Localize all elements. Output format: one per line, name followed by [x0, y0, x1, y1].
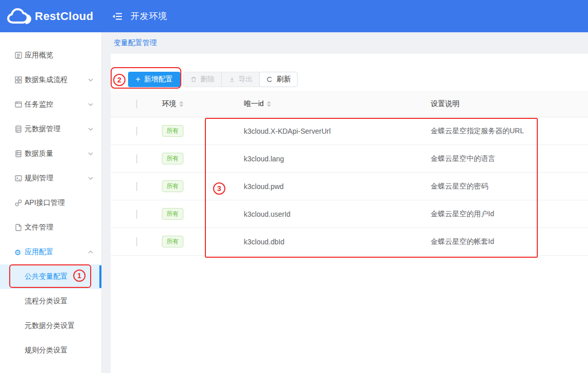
- sort-icon[interactable]: [267, 101, 271, 107]
- plus-icon: +: [136, 75, 140, 84]
- table-row[interactable]: 所有 k3cloud.dbId 金蝶云星空的帐套Id: [111, 228, 588, 256]
- sidebar-subitem-metadata-category[interactable]: 元数据分类设置: [0, 314, 101, 338]
- sidebar-item-label: 任务监控: [25, 100, 88, 109]
- api-link-icon: [14, 199, 25, 207]
- sidebar-subitem-flow-category[interactable]: 流程分类设置: [0, 289, 101, 314]
- sidebar-subitem-public-variables[interactable]: 公共变量配置: [0, 264, 101, 289]
- sidebar-item-metadata-mgmt[interactable]: 元数据管理: [0, 117, 101, 141]
- env-tag: 所有: [162, 125, 183, 136]
- table-row[interactable]: 所有 k3cloud.lang 金蝶云星空中的语言: [111, 145, 588, 173]
- brand-name: RestCloud: [35, 10, 94, 23]
- table-row[interactable]: 所有 k3cloud.X-KDApi-ServerUrl 金蝶云星空指定服务器的…: [111, 117, 588, 145]
- trash-icon: [190, 76, 197, 83]
- config-desc: 金蝶云星空中的语言: [431, 154, 588, 163]
- cloud-logo-icon: [6, 6, 33, 27]
- brand-logo: RestCloud: [0, 6, 102, 27]
- breadcrumb[interactable]: 变量配置管理: [114, 38, 157, 48]
- sidebar-item-api-mgmt[interactable]: API接口管理: [0, 191, 101, 215]
- file-icon: [14, 223, 25, 232]
- sidebar-item-label: 数据质量: [25, 149, 88, 158]
- chevron-down-icon: [88, 103, 93, 106]
- toolbar-button-group: 删除 导出: [183, 72, 260, 87]
- sidebar-subitem-label: 元数据分类设置: [25, 321, 75, 330]
- chevron-down-icon: [88, 177, 93, 180]
- config-id: k3cloud.lang: [244, 155, 431, 163]
- export-button[interactable]: 导出: [221, 72, 259, 87]
- sidebar-subitem-rules-category[interactable]: 规则分类设置: [0, 338, 101, 363]
- chevron-up-icon: [88, 251, 93, 254]
- sidebar-item-task-monitor[interactable]: 任务监控: [0, 92, 101, 117]
- sidebar-item-label: 规则管理: [25, 174, 88, 183]
- sidebar-item-app-config[interactable]: ⚙ 应用配置: [0, 240, 101, 264]
- config-desc: 金蝶云星空的用户Id: [431, 210, 588, 219]
- gear-icon: ⚙: [14, 248, 25, 256]
- rules-icon: [14, 174, 25, 182]
- sidebar-subitem-label: 规则分类设置: [25, 346, 68, 355]
- flow-icon: [14, 76, 25, 84]
- config-id: k3cloud.pwd: [244, 182, 431, 191]
- chevron-down-icon: [88, 78, 93, 81]
- sidebar-subitem-label: 公共变量配置: [25, 272, 68, 281]
- refresh-label: 刷新: [277, 75, 291, 84]
- chevron-down-icon: [88, 152, 93, 155]
- table-row[interactable]: 所有 k3cloud.userId 金蝶云星空的用户Id: [111, 200, 588, 228]
- top-header: RestCloud 开发环境: [0, 0, 588, 32]
- config-desc: 金蝶云星空的帐套Id: [431, 237, 588, 246]
- config-id: k3cloud.X-KDApi-ServerUrl: [244, 127, 431, 135]
- row-checkbox[interactable]: [136, 237, 137, 246]
- monitor-icon: [14, 100, 25, 109]
- select-all-checkbox[interactable]: [136, 99, 137, 109]
- main-panel: + 新增配置 删除 导出: [111, 54, 588, 373]
- row-checkbox[interactable]: [136, 154, 137, 163]
- chevron-down-icon: [88, 128, 93, 131]
- metadata-icon: [14, 125, 25, 133]
- config-table: 环境 唯一id 设置说明 所有 k3cloud.X-KDApi-ServerUr…: [111, 91, 588, 256]
- row-checkbox[interactable]: [136, 127, 137, 136]
- sidebar-item-app-overview[interactable]: 应用概览: [0, 43, 101, 68]
- refresh-icon: [266, 76, 273, 83]
- refresh-button[interactable]: 刷新: [259, 72, 298, 87]
- add-config-label: 新增配置: [144, 75, 173, 84]
- quality-icon: [14, 150, 25, 158]
- env-tag: 所有: [162, 236, 183, 247]
- sidebar-item-data-quality[interactable]: 数据质量: [0, 141, 101, 166]
- sidebar-item-label: API接口管理: [25, 198, 93, 208]
- column-header-env: 环境: [162, 99, 176, 109]
- active-indicator-bar: [99, 265, 101, 288]
- sidebar-item-label: 应用概览: [25, 51, 93, 60]
- row-checkbox[interactable]: [136, 182, 137, 191]
- sidebar-item-data-integration[interactable]: 数据集成流程: [0, 68, 101, 92]
- config-id: k3cloud.dbId: [244, 238, 431, 246]
- add-config-button[interactable]: + 新增配置: [128, 72, 180, 87]
- row-checkbox[interactable]: [136, 210, 137, 219]
- column-header-desc: 设置说明: [431, 99, 459, 109]
- collapse-menu-icon[interactable]: [112, 12, 122, 21]
- sidebar-item-label: 数据集成流程: [25, 75, 88, 85]
- env-tag: 所有: [162, 180, 183, 192]
- sidebar: 应用概览 数据集成流程 任务监控 元数据管理: [0, 32, 102, 373]
- table-header-row: 环境 唯一id 设置说明: [111, 91, 588, 117]
- column-header-id: 唯一id: [244, 99, 264, 109]
- download-icon: [228, 76, 236, 83]
- sidebar-item-label: 元数据管理: [25, 125, 88, 134]
- overview-icon: [14, 51, 25, 59]
- sidebar-item-label: 文件管理: [25, 223, 93, 232]
- sidebar-subitem-label: 流程分类设置: [25, 297, 68, 306]
- export-label: 导出: [239, 75, 253, 84]
- sort-icon[interactable]: [179, 101, 183, 107]
- delete-button[interactable]: 删除: [183, 72, 221, 87]
- environment-title: 开发环境: [131, 10, 167, 22]
- toolbar: + 新增配置 删除 导出: [128, 72, 298, 87]
- config-desc: 金蝶云星空的密码: [431, 182, 588, 191]
- env-tag: 所有: [162, 153, 183, 164]
- table-row[interactable]: 所有 k3cloud.pwd 金蝶云星空的密码: [111, 173, 588, 200]
- sidebar-item-label: 应用配置: [25, 247, 88, 257]
- delete-label: 删除: [200, 75, 215, 84]
- config-desc: 金蝶云星空指定服务器的URL: [431, 127, 588, 136]
- sidebar-item-file-mgmt[interactable]: 文件管理: [0, 215, 101, 240]
- sidebar-item-rules-mgmt[interactable]: 规则管理: [0, 166, 101, 191]
- config-id: k3cloud.userId: [244, 210, 431, 218]
- env-tag: 所有: [162, 208, 183, 219]
